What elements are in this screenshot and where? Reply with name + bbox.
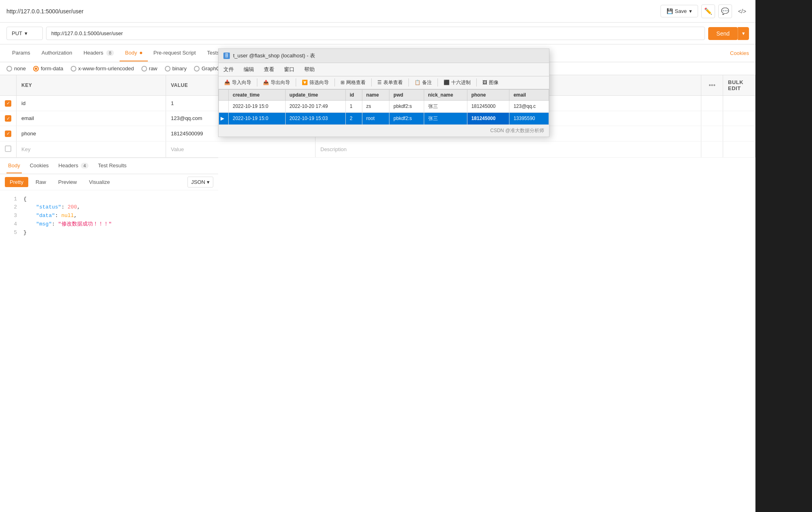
url-input[interactable] [46,27,705,40]
send-button[interactable]: Send [708,27,738,40]
toolbar-divider-4 [371,78,372,86]
db-menu-help[interactable]: 帮助 [303,65,316,74]
body-type-form-data[interactable]: form-data [33,65,63,72]
body-type-urlencoded[interactable]: x-www-form-urlencoded [71,65,134,72]
db-cell-update-2: 2022-10-19 15:03 [285,112,345,124]
row-key-3[interactable]: phone [17,126,166,141]
resp-tab-test-results[interactable]: Test Results [97,158,128,173]
db-cell-pwd-2: pbkdf2:s [389,112,424,124]
db-tool-note[interactable]: 📋 备注 [411,78,435,87]
body-type-binary[interactable]: binary [165,65,187,72]
headers-badge: 8 [106,50,114,56]
tab-body[interactable]: Body [120,45,148,61]
json-key-status: "status" [36,204,61,210]
json-line-5: 5 } [5,229,213,237]
checkbox-placeholder [5,145,11,152]
resp-tab-cookies[interactable]: Cookies [28,158,50,173]
db-col-name[interactable]: name [362,89,389,100]
more-button[interactable]: ••• [706,81,718,90]
db-col-nick-name[interactable]: nick_name [424,89,467,100]
row-check-1[interactable]: ✓ [0,96,17,111]
tab-headers[interactable]: Headers 8 [78,45,120,61]
db-table-wrap: create_time update_time id name pwd nick… [219,89,549,125]
row-desc-placeholder[interactable]: Description [316,141,701,157]
format-preview-btn[interactable]: Preview [53,177,82,187]
db-col-pwd[interactable]: pwd [389,89,424,100]
method-arrow: ▾ [25,30,27,36]
db-cell-id-1: 1 [345,100,362,112]
format-raw-btn[interactable]: Raw [31,177,51,187]
response-panel: Body Cookies Headers 4 Test Results P [0,158,218,512]
row-more-2 [701,111,723,126]
method-select[interactable]: PUT ▾ [6,27,43,40]
tab-authorization[interactable]: Authorization [36,45,78,61]
json-val-status: 200 [67,204,77,210]
checkbox-2[interactable]: ✓ [5,115,11,122]
db-tool-image[interactable]: 🖼 图像 [479,78,502,87]
db-menu-window[interactable]: 窗口 [282,65,296,74]
db-cell-nick-1: 张三 [424,100,467,112]
db-col-id[interactable]: id [345,89,362,100]
toolbar-divider-6 [438,78,438,86]
row-check-2[interactable]: ✓ [0,111,17,126]
format-pretty-btn[interactable]: Pretty [5,177,28,187]
format-visualize-btn[interactable]: Visualize [84,177,115,187]
body-type-raw[interactable]: raw [141,65,158,72]
row-check-3[interactable]: ✓ [0,126,17,141]
db-data-table: create_time update_time id name pwd nick… [219,89,549,125]
db-tool-export[interactable]: 📤 导出向导 [260,78,293,87]
db-titlebar: 🗄 t_user @flask_shop (localhost) - 表 [219,49,549,63]
db-cell-create-1: 2022-10-19 15:0 [229,100,286,112]
toolbar-divider-7 [476,78,477,86]
db-menu-edit[interactable]: 编辑 [242,65,256,74]
db-col-update-time[interactable]: update_time [285,89,345,100]
top-actions: 💾 Save ▾ ✏️ 💬 </> [661,4,749,18]
db-col-phone[interactable]: phone [467,89,509,100]
db-tool-import[interactable]: 📥 导入向导 [221,78,255,87]
comment-button[interactable]: 💬 [718,4,732,18]
bulk-edit-btn[interactable]: Bulk Edit [728,79,743,91]
json-line-3: 3 "data": null, [5,212,213,220]
db-tool-hex[interactable]: ⬛ 十六进制 [440,78,474,87]
db-menu-view[interactable]: 查看 [262,65,276,74]
row-key-1[interactable]: id [17,96,166,111]
resp-tab-headers[interactable]: Headers 4 [57,158,90,173]
body-type-none[interactable]: none [6,65,26,72]
db-cell-name-1: zs [362,100,389,112]
db-col-create-time[interactable]: create_time [229,89,286,100]
json-format-select[interactable]: JSON ▾ [187,177,213,188]
checkbox-3[interactable]: ✓ [5,131,11,137]
row-key-2[interactable]: email [17,111,166,126]
json-key-msg: "msg" [36,221,52,227]
db-menu-file[interactable]: 文件 [222,65,236,74]
code-button[interactable]: </> [735,4,749,18]
row-check-placeholder[interactable] [0,141,17,157]
headers-resp-badge: 4 [81,163,88,169]
send-dropdown-button[interactable]: ▾ [738,27,749,40]
edit-button[interactable]: ✏️ [701,4,715,18]
tab-pre-request-script[interactable]: Pre-request Script [148,45,202,61]
resp-tab-body[interactable]: Body [6,158,22,173]
save-button[interactable]: 💾 Save ▾ [661,5,698,17]
db-table-row[interactable]: ▶ 2022-10-19 15:0 2022-10-19 15:03 2 roo… [219,112,549,124]
db-tool-filter[interactable]: 🔽 筛选向导 [299,78,332,87]
tab-params[interactable]: Params [6,45,36,61]
save-label: Save [675,8,687,14]
row-bulk-placeholder [723,141,755,157]
import-label: 导入向导 [232,79,251,86]
row-value-placeholder[interactable]: Value [166,141,316,157]
db-table-row[interactable]: 2022-10-19 15:0 2022-10-20 17:49 1 zs pb… [219,100,549,112]
db-tool-form[interactable]: ☰ 表单查看 [374,78,406,87]
bottom-section: Body Cookies Headers 4 Test Results P [0,158,755,512]
response-tabs: Body Cookies Headers 4 Test Results [0,158,218,174]
note-icon: 📋 [414,80,421,85]
cookies-link[interactable]: Cookies [730,50,749,56]
toolbar-divider-3 [334,78,335,86]
json-val-msg: "修改数据成功！！！" [58,221,112,227]
db-cell-nick-2: 张三 [424,112,467,124]
checkbox-1[interactable]: ✓ [5,100,11,107]
save-dropdown-arrow[interactable]: ▾ [689,8,692,14]
db-tool-grid[interactable]: ⊞ 网格查看 [337,78,369,87]
db-col-email[interactable]: email [509,89,549,100]
row-key-placeholder[interactable]: Key [17,141,166,157]
